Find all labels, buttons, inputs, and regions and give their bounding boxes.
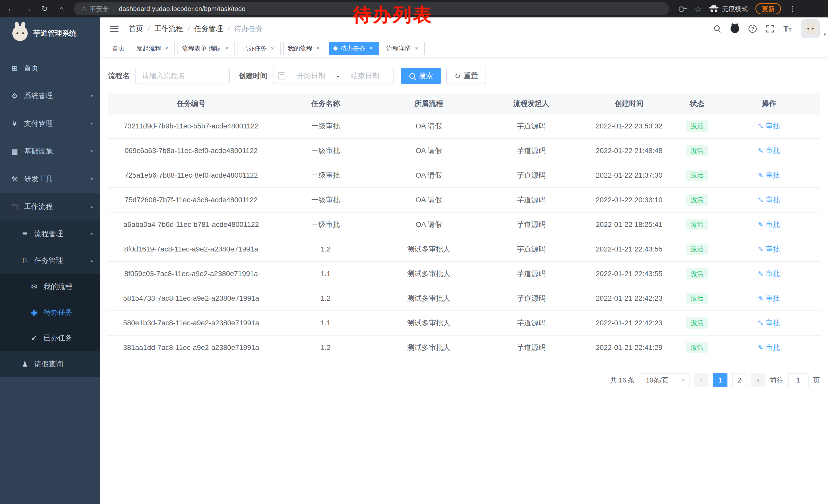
browser-back-icon[interactable] <box>6 5 15 12</box>
approve-link[interactable]: 审批 <box>758 244 780 254</box>
browser-reload-icon[interactable] <box>40 5 49 12</box>
gear-icon: ⚙ <box>10 92 19 100</box>
search-button[interactable]: 搜索 <box>401 68 441 84</box>
screen: 不安全 | dashboard.yudao.iocoder.cn/bpm/tas… <box>0 0 828 504</box>
browser-home-icon[interactable] <box>57 5 66 12</box>
approve-link[interactable]: 审批 <box>758 269 780 279</box>
warning-icon <box>81 5 87 12</box>
sidebar-item-payment[interactable]: ¥ 支付管理 <box>0 110 100 137</box>
process-name-input[interactable] <box>135 68 230 84</box>
breadcrumb-current: 待办任务 <box>234 24 263 34</box>
approve-link[interactable]: 审批 <box>758 195 780 205</box>
sidebar-item-todo-tasks[interactable]: ◉ 待办任务 <box>0 300 100 325</box>
sidebar-item-home[interactable]: ⊞ 首页 <box>0 54 100 82</box>
browser-forward-icon[interactable] <box>23 5 32 12</box>
security-warning[interactable]: 不安全 <box>81 5 109 13</box>
close-icon[interactable] <box>315 45 322 52</box>
sidebar-toggle-icon[interactable] <box>110 28 119 29</box>
chevron-down-icon <box>90 176 93 182</box>
sidebar-item-workflow[interactable]: ▤ 工作流程 <box>0 193 100 221</box>
font-size-icon[interactable] <box>783 24 792 34</box>
sidebar-item-process-management[interactable]: ≣ 流程管理 <box>0 221 100 247</box>
tab-start-process[interactable]: 发起流程 <box>132 42 175 55</box>
page-button-2[interactable]: 2 <box>732 373 746 387</box>
cell-task-name: 1.2 <box>274 237 377 262</box>
status-badge: 激活 <box>686 145 708 156</box>
close-icon[interactable] <box>367 45 374 52</box>
next-page-button[interactable]: › <box>751 373 765 387</box>
tab-done-tasks[interactable]: 已办任务 <box>238 42 281 55</box>
start-date-field[interactable]: 开始日期 <box>287 71 335 81</box>
date-range-picker[interactable]: 开始日期 - 结束日期 <box>273 68 394 84</box>
sidebar-item-leave-query[interactable]: ♟ 请假查询 <box>0 351 100 377</box>
reset-button-label: 重置 <box>463 71 478 81</box>
breadcrumb-workflow[interactable]: 工作流程 <box>155 24 183 34</box>
prev-page-button[interactable]: ‹ <box>694 373 708 387</box>
sidebar-item-system[interactable]: ⚙ 系统管理 <box>0 82 100 110</box>
close-icon[interactable] <box>269 45 276 52</box>
cell-task-id: 725a1eb6-7b88-11ec-8ef0-acde48001122 <box>108 163 274 188</box>
approve-link[interactable]: 审批 <box>758 220 780 229</box>
check-icon: ✔ <box>30 334 38 342</box>
goto-page-input[interactable] <box>788 373 809 387</box>
bookmark-star-icon[interactable] <box>695 4 702 13</box>
breadcrumb-task-management[interactable]: 任务管理 <box>195 24 223 34</box>
fullscreen-icon[interactable] <box>766 25 774 33</box>
total-count: 共 16 条 <box>610 376 634 385</box>
sidebar-logo[interactable]: 芋道管理系统 <box>0 17 100 49</box>
approve-link[interactable]: 审批 <box>758 121 780 131</box>
tab-todo-tasks[interactable]: 待办任务 <box>329 42 379 55</box>
reset-button[interactable]: 重置 <box>446 68 486 84</box>
close-icon[interactable] <box>413 45 420 52</box>
sidebar-item-label: 支付管理 <box>24 119 53 129</box>
edit-icon <box>758 294 763 303</box>
person-icon: ♟ <box>20 360 29 368</box>
sidebar-item-my-processes[interactable]: ✉ 我的流程 <box>0 274 100 300</box>
payment-icon: ¥ <box>10 120 19 128</box>
chevron-up-icon <box>90 204 93 210</box>
cell-process: 测试多审批人 <box>377 286 481 311</box>
close-icon[interactable] <box>223 45 230 52</box>
approve-link[interactable]: 审批 <box>758 171 780 180</box>
tab-home[interactable]: 首页 <box>108 42 129 55</box>
page-button-1[interactable]: 1 <box>713 373 728 387</box>
browser-menu-icon[interactable] <box>789 5 796 13</box>
cell-create-time: 2022-01-22 21:37:30 <box>582 163 676 188</box>
annotation-overlay: 待办列表 <box>353 5 433 25</box>
approve-link[interactable]: 审批 <box>758 146 780 155</box>
sidebar-item-done-tasks[interactable]: ✔ 已办任务 <box>0 325 100 351</box>
sidebar-item-infrastructure[interactable]: ▦ 基础设施 <box>0 137 100 165</box>
tab-label: 首页 <box>112 44 125 53</box>
edit-icon <box>758 319 763 327</box>
sidebar-item-label: 工作流程 <box>24 202 53 212</box>
page-size-select[interactable]: 10条/页 <box>641 373 690 387</box>
chevron-up-icon <box>90 258 93 263</box>
sidebar-item-task-management[interactable]: ⚐ 任务管理 <box>0 247 100 274</box>
password-key-icon[interactable] <box>679 6 687 11</box>
search-icon[interactable] <box>714 25 721 33</box>
close-icon[interactable] <box>163 45 170 52</box>
github-icon[interactable] <box>731 25 739 33</box>
tab-process-detail[interactable]: 流程详情 <box>382 42 425 55</box>
end-date-field[interactable]: 结束日期 <box>341 71 389 81</box>
approve-link[interactable]: 审批 <box>758 293 780 303</box>
tab-my-processes[interactable]: 我的流程 <box>283 42 326 55</box>
eye-icon: ◉ <box>30 308 38 317</box>
approve-link[interactable]: 审批 <box>758 318 780 328</box>
approve-link[interactable]: 审批 <box>758 343 780 353</box>
sidebar-item-devtools[interactable]: ⚒ 研发工具 <box>0 165 100 193</box>
cell-create-time: 2022-01-22 21:48:48 <box>582 138 676 163</box>
tab-label: 已办任务 <box>242 44 267 53</box>
table-row: 381aa1dd-7ac8-11ec-a9e2-a2380e71991a 1.2… <box>108 335 820 360</box>
sidebar-item-label: 已办任务 <box>44 333 72 343</box>
browser-update-button[interactable]: 更新 <box>755 3 781 14</box>
help-icon[interactable] <box>748 25 757 33</box>
cell-process: 测试多审批人 <box>377 335 481 360</box>
status-badge: 激活 <box>686 293 708 304</box>
tab-process-form-edit[interactable]: 流程表单-编辑 <box>177 42 235 55</box>
table-row: 58154733-7ac8-11ec-a9e2-a2380e71991a 1.2… <box>108 286 820 311</box>
cell-initiator: 芋道源码 <box>481 114 582 138</box>
user-avatar[interactable] <box>801 19 820 38</box>
cell-task-name: 1.1 <box>274 262 377 286</box>
breadcrumb-home[interactable]: 首页 <box>129 24 143 34</box>
